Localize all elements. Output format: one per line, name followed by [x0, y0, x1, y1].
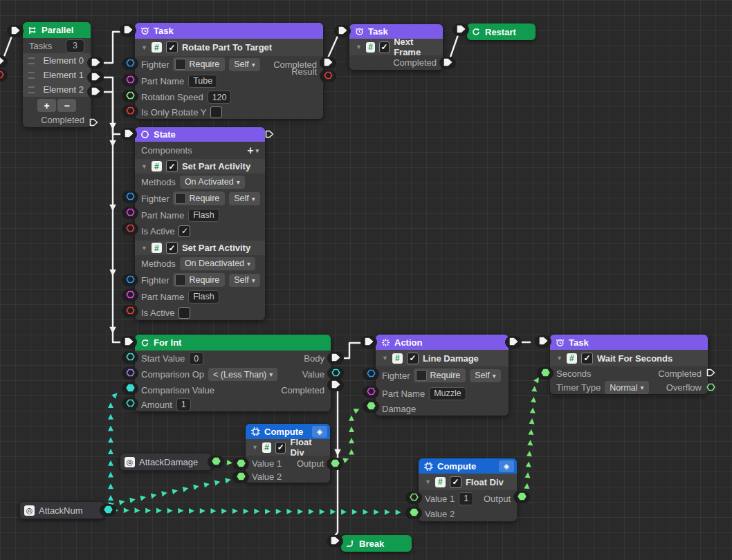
- value2-port[interactable]: [405, 507, 422, 519]
- value-out-port[interactable]: [327, 367, 344, 380]
- enabled-checkbox[interactable]: ✓: [581, 353, 593, 364]
- value1-field[interactable]: 1: [459, 492, 473, 505]
- is-active-checkbox[interactable]: [179, 307, 190, 319]
- completed-out-port[interactable]: [327, 379, 344, 391]
- body-out-port[interactable]: [327, 352, 344, 364]
- collapse-icon[interactable]: ▼: [141, 44, 147, 51]
- value2-port[interactable]: [232, 471, 249, 483]
- rotate-y-checkbox[interactable]: [210, 106, 222, 118]
- methods-dropdown[interactable]: On Deactivated: [180, 257, 255, 270]
- enabled-checkbox[interactable]: ✓: [275, 442, 286, 454]
- enabled-checkbox[interactable]: ✓: [407, 353, 419, 364]
- drag-handle-icon[interactable]: [28, 57, 35, 64]
- fighter-port[interactable]: [363, 368, 379, 380]
- part-name-field[interactable]: Muzzle: [429, 387, 466, 400]
- list-item[interactable]: Element 2: [23, 82, 91, 97]
- require-toggle[interactable]: Require: [414, 368, 466, 382]
- part-name-field[interactable]: Tube: [188, 75, 217, 88]
- node-state[interactable]: State Components + ▼ # ✓ Set Part Activi…: [135, 127, 265, 320]
- enabled-checkbox[interactable]: ✓: [166, 41, 178, 53]
- comparison-op-dropdown[interactable]: < (Less Than): [208, 368, 277, 381]
- node-compute-1[interactable]: Compute ◈ ▼ # ✓ Float Div Value 1 Output…: [246, 424, 330, 483]
- node-action[interactable]: Action ▼ # ✓ Line Damage Fighter Require…: [376, 335, 509, 416]
- enabled-checkbox[interactable]: ✓: [379, 41, 390, 53]
- overflow-out-port[interactable]: [702, 382, 719, 394]
- element2-out-port[interactable]: [87, 86, 104, 98]
- require-toggle[interactable]: Require: [173, 57, 225, 71]
- rotation-speed-port[interactable]: [122, 90, 138, 102]
- is-active-checkbox[interactable]: ✓: [179, 225, 190, 237]
- drag-handle-icon[interactable]: [28, 72, 35, 79]
- damage-port[interactable]: [363, 400, 379, 413]
- value1-port[interactable]: [232, 458, 249, 470]
- for-int-in-port[interactable]: [120, 336, 137, 348]
- enabled-checkbox[interactable]: ✓: [450, 476, 461, 488]
- tasks-count-field[interactable]: 3: [66, 39, 84, 53]
- drag-handle-icon[interactable]: [28, 86, 35, 93]
- parallel-in-port[interactable]: [7, 25, 24, 37]
- node-parallel[interactable]: Parallel Tasks 3 Element 0 Element 1 Ele…: [23, 22, 91, 127]
- element0-out-port[interactable]: [87, 57, 104, 69]
- part-name-port[interactable]: [122, 74, 138, 86]
- restart-in-port[interactable]: [452, 24, 469, 36]
- edge-red-port[interactable]: [0, 69, 8, 82]
- collapse-icon[interactable]: ▼: [141, 245, 147, 252]
- part-name-port[interactable]: [363, 386, 379, 398]
- timer-type-dropdown[interactable]: Normal: [605, 381, 648, 394]
- rotation-speed-field[interactable]: 120: [208, 91, 232, 104]
- completed-out-port[interactable]: [439, 57, 456, 69]
- node-task-rotate[interactable]: Task ▼ # ✓ Rotate Part To Target Fighter…: [135, 23, 323, 119]
- collapse-icon[interactable]: ▼: [382, 355, 388, 362]
- enabled-checkbox[interactable]: ✓: [166, 160, 178, 172]
- output-port[interactable]: [327, 458, 343, 470]
- comparison-op-port[interactable]: [122, 367, 138, 380]
- collapse-icon[interactable]: ▼: [252, 444, 258, 451]
- action-in-port[interactable]: [360, 336, 377, 348]
- completed-out-port[interactable]: [320, 57, 336, 69]
- collapse-icon[interactable]: ▼: [556, 355, 562, 362]
- attack-damage-out-port[interactable]: [208, 456, 224, 468]
- part-name-field[interactable]: Flash: [188, 209, 219, 222]
- node-task-wait[interactable]: Task ▼ # ✓ Wait For Seconds Seconds Comp…: [550, 335, 708, 394]
- element1-out-port[interactable]: [87, 71, 104, 84]
- edge-exec-port[interactable]: [0, 55, 8, 68]
- diamond-button[interactable]: ◈: [499, 460, 514, 472]
- remove-element-button[interactable]: −: [57, 99, 76, 112]
- self-dropdown[interactable]: Self: [229, 274, 260, 287]
- action-out-port[interactable]: [505, 336, 522, 348]
- node-attack-damage[interactable]: ◎ AttackDamage: [120, 453, 212, 471]
- self-dropdown[interactable]: Self: [470, 369, 501, 382]
- self-dropdown[interactable]: Self: [229, 58, 260, 71]
- task-in-port[interactable]: [334, 25, 351, 37]
- fighter-port[interactable]: [122, 191, 138, 203]
- state-out-port[interactable]: [261, 129, 277, 141]
- require-toggle[interactable]: Require: [173, 192, 225, 205]
- diamond-button[interactable]: ◈: [312, 426, 327, 438]
- state-in-port[interactable]: [120, 128, 137, 140]
- completed-out-port[interactable]: [85, 117, 102, 129]
- is-active-port[interactable]: [122, 223, 138, 235]
- add-element-button[interactable]: +: [37, 99, 56, 112]
- node-task-next-frame[interactable]: Task ▼ # ✓ Next Frame Completed: [349, 24, 443, 70]
- amount-port[interactable]: [122, 398, 138, 410]
- node-for-int[interactable]: For Int Start Value 0 Body Comparison Op…: [135, 335, 331, 411]
- enabled-checkbox[interactable]: ✓: [166, 242, 178, 254]
- list-item[interactable]: Element 1: [23, 68, 91, 82]
- value1-port[interactable]: [405, 492, 422, 504]
- list-item[interactable]: Element 0: [23, 53, 91, 68]
- node-compute-2[interactable]: Compute ◈ ▼ # ✓ Float Div Value 1 1 Outp…: [419, 458, 517, 521]
- collapse-icon[interactable]: ▼: [425, 478, 431, 485]
- task-in-port[interactable]: [535, 335, 551, 348]
- fighter-port[interactable]: [122, 57, 138, 70]
- require-toggle[interactable]: Require: [173, 273, 225, 287]
- part-name-port[interactable]: [122, 207, 138, 219]
- amount-field[interactable]: 1: [176, 398, 191, 411]
- completed-out-port[interactable]: [702, 367, 719, 380]
- part-name-field[interactable]: Flash: [188, 290, 219, 304]
- rotate-y-port[interactable]: [122, 105, 138, 118]
- is-active-port[interactable]: [122, 305, 138, 317]
- fighter-port[interactable]: [122, 274, 138, 286]
- result-out-port[interactable]: [320, 70, 336, 82]
- node-attack-num[interactable]: ◎ AttackNum: [19, 501, 104, 519]
- start-value-field[interactable]: 0: [189, 352, 203, 365]
